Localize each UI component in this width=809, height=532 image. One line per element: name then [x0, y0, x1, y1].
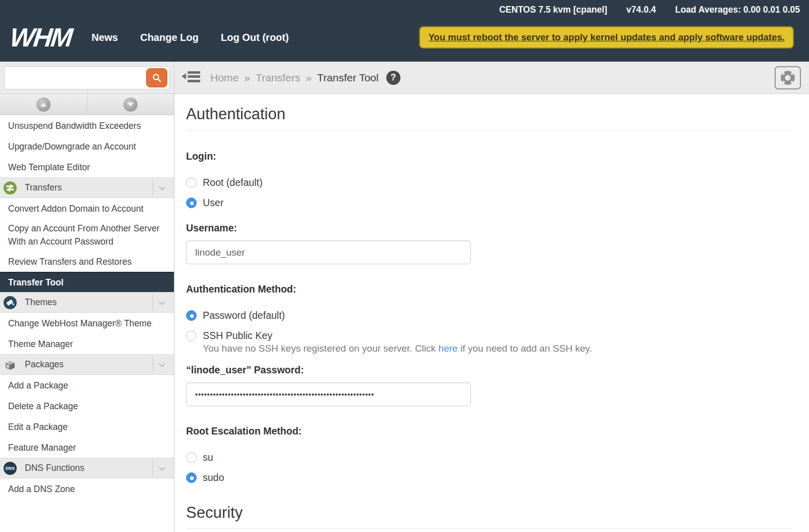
search-button[interactable]	[146, 68, 167, 87]
auth-method-label: Authentication Method:	[186, 283, 793, 295]
dns-icon: DNS	[4, 462, 17, 475]
authentication-heading: Authentication	[186, 105, 793, 130]
sidebar-item-transfer-tool[interactable]: Transfer Tool	[0, 272, 174, 292]
radio-option-su[interactable]: su	[186, 452, 793, 463]
whm-version: v74.0.4	[626, 5, 656, 15]
sidebar-section-dns-functions[interactable]: DNSDNS Functions	[0, 458, 174, 478]
sidebar-item-review-transfers-and-restores[interactable]: Review Transfers and Restores	[0, 251, 174, 272]
radio-checked-icon[interactable]	[186, 310, 197, 321]
nav-news[interactable]: News	[92, 32, 118, 43]
breadcrumb-separator: »	[244, 72, 250, 84]
sidebar-item-edit-a-package[interactable]: Edit a Package	[0, 416, 174, 437]
password-label: “linode_user” Password:	[186, 364, 793, 376]
chevron-down-icon	[159, 184, 165, 190]
transfers-icon	[4, 181, 17, 195]
top-header: CENTOS 7.5 kvm [cpanel] v74.0.4 Load Ave…	[0, 0, 809, 62]
load-averages: Load Averages: 0.00 0.01 0.05	[675, 5, 800, 15]
themes-icon	[4, 296, 17, 309]
auth-method-radio-group: Password (default)SSH Public Key	[186, 310, 793, 342]
sidebar: Unsuspend Bandwidth ExceedersUpgrade/Dow…	[0, 94, 174, 532]
username-input[interactable]	[186, 240, 471, 264]
radio-checked-icon[interactable]	[186, 472, 197, 483]
whm-logo[interactable]: WHM	[9, 24, 72, 51]
login-radio-group: Root (default)User	[186, 177, 793, 209]
breadcrumb-separator: »	[306, 72, 312, 84]
packages-icon	[4, 358, 17, 371]
sidebar-item-add-a-dns-zone[interactable]: Add a DNS Zone	[0, 478, 174, 499]
password-input[interactable]	[186, 382, 471, 406]
scroll-up-icon	[36, 98, 51, 112]
sidebar-scroll-controls	[0, 94, 174, 115]
system-os-info: CENTOS 7.5 kvm [cpanel]	[499, 5, 607, 15]
ssh-key-here-link[interactable]: here	[438, 343, 458, 354]
chevron-down-icon	[159, 361, 165, 367]
radio-unchecked-icon[interactable]	[186, 452, 197, 463]
sidebar-item-feature-manager[interactable]: Feature Manager	[0, 437, 174, 458]
main-content: Authentication Login: Root (default)User…	[174, 94, 809, 532]
sidebar-item-change-webhost-manager-theme[interactable]: Change WebHost Manager® Theme	[0, 313, 174, 333]
life-ring-icon	[780, 70, 796, 86]
search-icon	[152, 73, 162, 83]
sidebar-item-copy-an-account-from-another-server-with-an-account-password[interactable]: Copy an Account From Another Server With…	[0, 219, 174, 251]
radio-option-user[interactable]: User	[186, 197, 793, 209]
radio-unchecked-icon[interactable]	[186, 330, 197, 341]
sidebar-section-packages[interactable]: Packages	[0, 354, 174, 375]
search-input[interactable]	[5, 67, 169, 89]
radio-checked-icon[interactable]	[186, 198, 197, 208]
login-label: Login:	[186, 151, 793, 162]
hamburger-icon	[188, 71, 200, 84]
sidebar-section-transfers[interactable]: Transfers	[0, 177, 174, 198]
sidebar-item-unsuspend-bandwidth-exceeders[interactable]: Unsuspend Bandwidth Exceeders	[0, 115, 174, 136]
breadcrumb-home[interactable]: Home	[210, 72, 239, 84]
sidebar-menu: Unsuspend Bandwidth ExceedersUpgrade/Dow…	[0, 115, 174, 499]
radio-option-sudo[interactable]: sudo	[186, 472, 793, 483]
sidebar-item-web-template-editor[interactable]: Web Template Editor	[0, 157, 174, 177]
radio-unchecked-icon[interactable]	[186, 177, 197, 188]
sidebar-item-upgrade-downgrade-an-account[interactable]: Upgrade/Downgrade an Account	[0, 136, 174, 157]
root-escalation-label: Root Escalation Method:	[186, 425, 793, 437]
collapse-arrow-icon	[182, 73, 186, 79]
help-icon[interactable]: ?	[386, 71, 400, 85]
chevron-down-icon	[159, 299, 165, 305]
radio-option-root-default[interactable]: Root (default)	[186, 177, 793, 188]
radio-option-ssh-public-key[interactable]: SSH Public Key	[186, 330, 793, 342]
breadcrumb-current-page: Transfer Tool	[317, 72, 378, 84]
breadcrumb-transfers[interactable]: Transfers	[256, 72, 300, 84]
sidebar-search-zone	[0, 62, 174, 93]
reboot-alert-banner[interactable]: You must reboot the server to apply kern…	[419, 26, 794, 49]
username-label: Username:	[186, 222, 793, 234]
scroll-down-button[interactable]	[87, 94, 174, 115]
nav-log-out[interactable]: Log Out (root)	[221, 32, 289, 43]
nav-change-log[interactable]: Change Log	[140, 32, 199, 43]
sidebar-item-theme-manager[interactable]: Theme Manager	[0, 333, 174, 354]
breadcrumb: Home » Transfers » Transfer Tool ?	[210, 71, 400, 85]
ssh-key-note: You have no SSH keys registered on your …	[203, 343, 793, 354]
sidebar-section-themes[interactable]: Themes	[0, 292, 174, 313]
scroll-down-icon	[123, 98, 138, 112]
system-info: CENTOS 7.5 kvm [cpanel] v74.0.4 Load Ave…	[499, 5, 800, 15]
radio-option-password-default[interactable]: Password (default)	[186, 310, 793, 321]
sidebar-item-add-a-package[interactable]: Add a Package	[0, 375, 174, 396]
sidebar-collapse-button[interactable]	[182, 71, 200, 84]
security-heading: Security	[186, 504, 793, 529]
scroll-up-button[interactable]	[0, 94, 87, 115]
sidebar-item-delete-a-package[interactable]: Delete a Package	[0, 396, 174, 416]
support-button[interactable]	[775, 66, 801, 89]
search-box	[4, 66, 170, 89]
root-escalation-radio-group: susudo	[186, 452, 793, 483]
top-nav: News Change Log Log Out (root)	[92, 32, 289, 43]
breadcrumb-bar: Home » Transfers » Transfer Tool ?	[0, 62, 809, 94]
sidebar-item-convert-addon-domain-to-account[interactable]: Convert Addon Domain to Account	[0, 198, 174, 219]
chevron-down-icon	[159, 464, 165, 471]
